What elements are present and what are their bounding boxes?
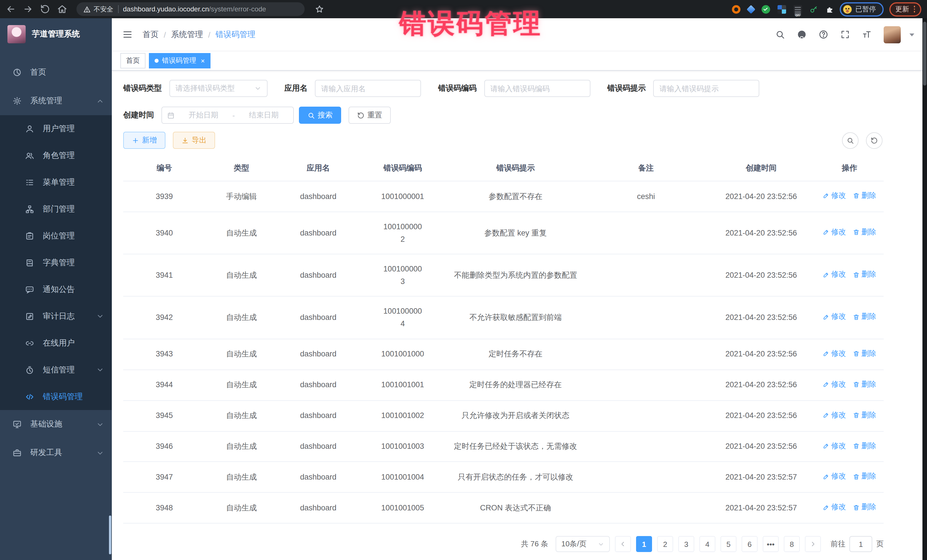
page-scrollbar[interactable] bbox=[922, 18, 927, 560]
delete-link[interactable]: 删除 bbox=[853, 226, 876, 238]
forward-icon[interactable] bbox=[23, 4, 33, 14]
table-row[interactable]: 3942自动生成dashboard100100000 4不允许获取敏感配置到前端… bbox=[123, 296, 884, 339]
table-row[interactable]: 3946自动生成dashboard1001001003定时任务已经处于该状态，无… bbox=[123, 431, 884, 462]
sidebar-item-部门管理[interactable]: 部门管理 bbox=[0, 196, 112, 222]
table-row[interactable]: 3941自动生成dashboard100100000 3不能删除类型为系统内置的… bbox=[123, 254, 884, 296]
delete-link[interactable]: 删除 bbox=[853, 311, 876, 323]
next-page-button[interactable] bbox=[805, 536, 821, 552]
green-key-extension-icon[interactable] bbox=[809, 5, 818, 14]
user-avatar[interactable] bbox=[884, 26, 901, 43]
sidebar-scrollbar-thumb[interactable] bbox=[109, 516, 111, 554]
page-button-4[interactable]: 4 bbox=[699, 536, 715, 552]
error-code-input[interactable] bbox=[490, 84, 584, 93]
tab-首页[interactable]: 首页 bbox=[120, 53, 146, 68]
sidebar-item-在线用户[interactable]: 在线用户 bbox=[0, 329, 112, 357]
app-name-input[interactable] bbox=[321, 84, 415, 93]
add-button[interactable]: 新增 bbox=[123, 132, 166, 149]
grid-extension-icon[interactable] bbox=[777, 5, 786, 14]
edit-link[interactable]: 修改 bbox=[823, 471, 846, 483]
table-row[interactable]: 3945自动生成dashboard1001001002只允许修改为开启或者关闭状… bbox=[123, 400, 884, 431]
edit-link[interactable]: 修改 bbox=[823, 502, 846, 513]
browser-update-button[interactable]: 更新 bbox=[889, 2, 921, 16]
error-type-select[interactable]: 请选择错误码类型 bbox=[169, 80, 267, 97]
page-size-select[interactable]: 10条/页 bbox=[556, 536, 610, 552]
back-icon[interactable] bbox=[6, 4, 16, 14]
table-row[interactable]: 3947自动生成dashboard1001001004只有开启状态的任务，才可以… bbox=[123, 462, 884, 493]
close-icon[interactable]: × bbox=[201, 57, 205, 64]
sidebar-item-错误码管理[interactable]: 错误码管理 bbox=[0, 383, 112, 410]
table-row[interactable]: 3940自动生成dashboard100100000 2参数配置 key 重复2… bbox=[123, 212, 884, 254]
page-button-6[interactable]: 6 bbox=[742, 536, 758, 552]
edit-link[interactable]: 修改 bbox=[823, 311, 846, 323]
delete-link[interactable]: 删除 bbox=[853, 471, 876, 483]
page-button-5[interactable]: 5 bbox=[720, 536, 737, 552]
sidebar-item-首页[interactable]: 首页 bbox=[0, 58, 112, 87]
list-on-extension-icon[interactable]: on bbox=[793, 5, 802, 14]
table-row[interactable]: 3943自动生成dashboard1001001000定时任务不存在2021-0… bbox=[123, 339, 884, 370]
sidebar-item-审计日志[interactable]: 审计日志 bbox=[0, 303, 112, 329]
textsize-icon[interactable] bbox=[862, 30, 872, 39]
orange-circle-extension-icon[interactable] bbox=[732, 5, 740, 14]
delete-link[interactable]: 删除 bbox=[853, 378, 876, 390]
search-button[interactable]: 搜索 bbox=[299, 107, 341, 124]
sidebar-item-岗位管理[interactable]: 岗位管理 bbox=[0, 222, 112, 249]
browser-menu-icon[interactable] bbox=[913, 6, 915, 12]
delete-link[interactable]: 删除 bbox=[853, 348, 876, 360]
table-row[interactable]: 3944自动生成dashboard1001001001定时任务的处理器已经存在2… bbox=[123, 370, 884, 400]
export-button[interactable]: 导出 bbox=[173, 132, 215, 149]
page-button-2[interactable]: 2 bbox=[657, 536, 673, 552]
page-button-1[interactable]: 1 bbox=[636, 536, 652, 552]
reset-button[interactable]: 重置 bbox=[348, 107, 391, 124]
more-pages-button[interactable]: ••• bbox=[763, 536, 779, 552]
hamburger-icon[interactable] bbox=[122, 29, 133, 40]
delete-link[interactable]: 删除 bbox=[853, 440, 876, 452]
puzzle-extension-icon[interactable] bbox=[825, 5, 834, 14]
edit-link[interactable]: 修改 bbox=[823, 409, 846, 421]
search-icon[interactable] bbox=[775, 30, 785, 39]
breadcrumb-item[interactable]: 首页 bbox=[143, 29, 159, 39]
security-indicator[interactable]: 不安全 bbox=[83, 5, 113, 14]
page-button-3[interactable]: 3 bbox=[678, 536, 694, 552]
github-icon[interactable] bbox=[797, 30, 807, 39]
app-logo-row[interactable]: 芋道管理系统 bbox=[0, 18, 112, 50]
edit-link[interactable]: 修改 bbox=[823, 226, 846, 238]
help-icon[interactable] bbox=[819, 30, 828, 39]
table-row[interactable]: 3948自动生成dashboard1001001005CRON 表达式不正确20… bbox=[123, 493, 884, 524]
breadcrumb-item[interactable]: 系统管理 bbox=[171, 29, 203, 39]
sidebar-item-研发工具[interactable]: 研发工具 bbox=[0, 439, 112, 467]
date-range-picker[interactable]: 开始日期 - 结束日期 bbox=[161, 107, 294, 124]
caret-down-icon[interactable] bbox=[907, 30, 917, 39]
goto-page-input[interactable] bbox=[849, 536, 872, 552]
refresh-table-button[interactable] bbox=[866, 132, 883, 149]
edit-link[interactable]: 修改 bbox=[823, 378, 846, 390]
home-icon[interactable] bbox=[57, 4, 67, 14]
sidebar-item-通知公告[interactable]: 通知公告 bbox=[0, 276, 112, 303]
blue-gem-extension-icon[interactable] bbox=[746, 5, 755, 14]
edit-link[interactable]: 修改 bbox=[823, 440, 846, 452]
address-bar[interactable]: 不安全 dashboard.yudao.iocoder.cn/system/er… bbox=[76, 2, 305, 16]
show-search-button[interactable] bbox=[842, 132, 859, 149]
delete-link[interactable]: 删除 bbox=[853, 409, 876, 421]
green-check-extension-icon[interactable] bbox=[761, 5, 770, 14]
sidebar-item-基础设施[interactable]: 基础设施 bbox=[0, 410, 112, 439]
end-date-input[interactable]: 结束日期 bbox=[239, 110, 288, 120]
prev-page-button[interactable] bbox=[615, 536, 631, 552]
error-msg-input[interactable] bbox=[660, 84, 753, 93]
edit-link[interactable]: 修改 bbox=[823, 348, 846, 360]
start-date-input[interactable]: 开始日期 bbox=[179, 110, 228, 120]
sidebar-item-用户管理[interactable]: 用户管理 bbox=[0, 115, 112, 142]
page-button-8[interactable]: 8 bbox=[784, 536, 800, 552]
bookmark-star-icon[interactable] bbox=[315, 5, 324, 14]
sidebar-item-系统管理[interactable]: 系统管理 bbox=[0, 87, 112, 115]
delete-link[interactable]: 删除 bbox=[853, 502, 876, 513]
sidebar-item-字典管理[interactable]: 字典管理 bbox=[0, 249, 112, 276]
edit-link[interactable]: 修改 bbox=[823, 190, 846, 202]
sidebar-item-菜单管理[interactable]: 菜单管理 bbox=[0, 169, 112, 196]
page-scrollbar-thumb[interactable] bbox=[923, 22, 926, 85]
tab-错误码管理[interactable]: 错误码管理× bbox=[149, 53, 211, 68]
fullscreen-icon[interactable] bbox=[840, 30, 850, 39]
table-row[interactable]: 3939手动编辑dashboard1001000001参数配置不存在ceshi2… bbox=[123, 181, 884, 212]
delete-link[interactable]: 删除 bbox=[853, 269, 876, 281]
edit-link[interactable]: 修改 bbox=[823, 269, 846, 281]
profile-paused-chip[interactable]: 已暂停 bbox=[839, 2, 883, 16]
